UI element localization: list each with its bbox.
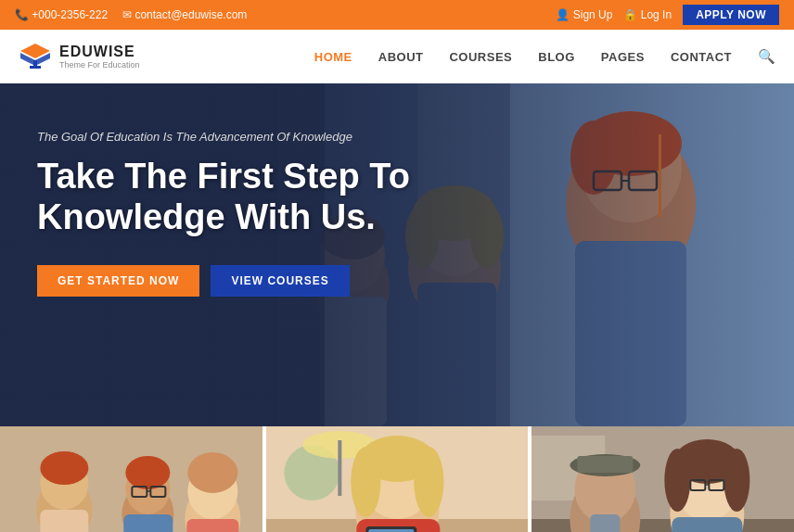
hero-section: The Goal Of Education Is The Advancement… [0,83,794,426]
nav-about[interactable]: ABOUT [378,50,424,64]
logo-tagline: Theme For Education [59,60,140,70]
logo-text: EDUWISE Theme For Education [59,44,140,70]
phone-icon: 📞 [15,8,29,21]
hero-title: Take The First Step To Knowledge With Us… [37,157,427,237]
phone-info: 📞 +000-2356-222 [15,8,108,21]
signup-link[interactable]: 👤 Sign Up [556,8,612,21]
apply-button[interactable]: APPLY NOW [683,5,779,25]
phone-number: +000-2356-222 [32,8,108,21]
hero-content: The Goal Of Education Is The Advancement… [0,83,464,343]
nav-courses[interactable]: COURSES [449,50,512,64]
nav-contact[interactable]: CONTACT [671,50,732,64]
nav-blog[interactable]: BLOG [538,50,575,64]
email-address: contact@eduwise.com [134,8,247,21]
svg-point-33 [40,451,88,485]
navbar: EDUWISE Theme For Education HOME ABOUT C… [0,30,794,83]
svg-rect-69 [591,514,621,532]
top-bar-contact: 📞 +000-2356-222 ✉ contact@eduwise.com [15,8,247,21]
photo-office [531,426,794,532]
top-bar-auth: 👤 Sign Up 🔒 Log In APPLY NOW [556,5,779,25]
hero-buttons: GET STARTED NOW VIEW COURSES [37,265,427,297]
svg-rect-45 [186,519,238,532]
svg-point-44 [187,452,237,493]
nav-pages[interactable]: PAGES [601,50,645,64]
user-icon: 👤 [556,8,570,21]
hero-subtitle: The Goal Of Education Is The Advancement… [37,130,427,144]
photo-grid [0,426,794,532]
svg-rect-34 [40,510,88,532]
nav-links: HOME ABOUT COURSES BLOG PAGES CONTACT 🔍 [314,48,775,65]
login-link[interactable]: 🔒 Log In [623,8,672,21]
email-icon: ✉ [122,8,132,21]
view-courses-button[interactable]: VIEW COURSES [211,265,349,297]
svg-rect-3 [30,66,41,69]
svg-rect-52 [338,440,341,496]
svg-point-73 [665,449,691,512]
svg-rect-41 [123,514,173,532]
svg-point-57 [414,447,443,517]
logo[interactable]: EDUWISE Theme For Education [19,40,140,73]
lock-icon: 🔒 [623,8,637,21]
photo-teacher [266,426,529,532]
svg-point-74 [724,449,750,512]
nav-home[interactable]: HOME [314,50,352,64]
search-icon[interactable]: 🔍 [758,48,775,65]
svg-rect-78 [672,517,743,532]
logo-icon [19,40,52,73]
photo-students [0,426,263,532]
email-info: ✉ contact@eduwise.com [122,8,247,21]
get-started-button[interactable]: GET STARTED NOW [37,265,199,297]
svg-point-37 [125,456,170,489]
logo-name: EDUWISE [59,44,140,60]
svg-point-56 [351,447,380,517]
top-bar: 📞 +000-2356-222 ✉ contact@eduwise.com 👤 … [0,0,794,30]
svg-rect-68 [578,456,634,473]
